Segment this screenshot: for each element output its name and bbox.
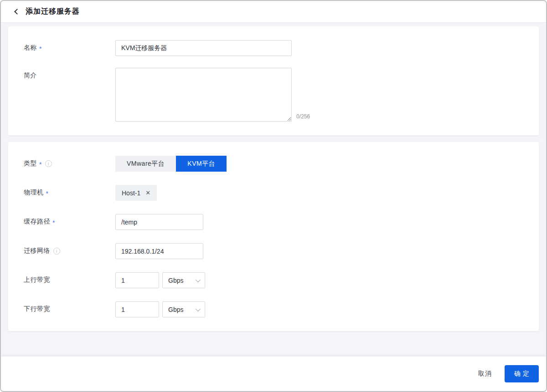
downlink-bandwidth-input[interactable] [115,301,159,317]
chevron-down-icon [196,277,201,282]
type-row: 类型 * i VMware平台 KVM平台 [24,156,523,172]
char-counter: 0/256 [296,113,310,122]
uplink-bandwidth-label: 上行带宽 [24,272,115,284]
downlink-unit-value: Gbps [168,306,183,313]
uplink-bandwidth-row: 上行带宽 Gbps [24,272,523,288]
description-row: 简介 0/256 [24,68,523,122]
host-label: 物理机 * [24,185,115,197]
uplink-unit-value: Gbps [168,277,183,284]
description-label: 简介 [24,68,115,80]
chevron-left-icon [14,9,20,15]
name-input[interactable] [115,40,292,56]
info-icon[interactable]: i [53,248,60,255]
required-icon: * [46,189,49,197]
chevron-down-icon [196,306,201,311]
confirm-button[interactable]: 确定 [505,365,539,382]
info-icon[interactable]: i [45,160,52,167]
cache-path-row: 缓存路径 * [24,214,523,230]
host-tag[interactable]: Host-1 ✕ [115,185,157,201]
downlink-unit-select[interactable]: Gbps [162,301,205,317]
uplink-bandwidth-input[interactable] [115,272,159,288]
page-title: 添加迁移服务器 [26,7,80,16]
description-textarea[interactable] [115,68,292,122]
dialog-body: 名称 * 简介 0/256 类型 * [1,23,546,356]
type-option-kvm[interactable]: KVM平台 [176,156,227,172]
required-icon: * [52,218,55,226]
type-label: 类型 * i [24,156,115,168]
uplink-unit-select[interactable]: Gbps [162,272,205,288]
name-label: 名称 * [24,40,115,52]
type-option-vmware[interactable]: VMware平台 [115,156,176,172]
migration-network-row: 迁移网络 i [24,243,523,259]
downlink-bandwidth-row: 下行带宽 Gbps [24,301,523,317]
add-migration-server-dialog: 添加迁移服务器 名称 * 简介 0/256 [0,0,547,392]
required-icon: * [39,160,42,168]
host-tag-label: Host-1 [122,189,140,197]
cache-path-input[interactable] [115,214,203,230]
dialog-footer: 取消 确定 [1,356,546,391]
dialog-header: 添加迁移服务器 [1,1,546,23]
name-row: 名称 * [24,40,523,56]
close-icon[interactable]: ✕ [145,190,150,196]
back-button[interactable] [12,7,21,16]
host-row: 物理机 * Host-1 ✕ [24,185,523,201]
downlink-bandwidth-label: 下行带宽 [24,301,115,313]
type-segmented-control: VMware平台 KVM平台 [115,156,227,172]
config-section: 类型 * i VMware平台 KVM平台 物理机 * Host-1 ✕ [8,142,539,331]
migration-network-input[interactable] [115,243,203,259]
cache-path-label: 缓存路径 * [24,214,115,226]
migration-network-label: 迁移网络 i [24,243,115,255]
basic-info-section: 名称 * 简介 0/256 [8,26,539,135]
required-icon: * [39,44,42,52]
cancel-button[interactable]: 取消 [478,370,492,378]
